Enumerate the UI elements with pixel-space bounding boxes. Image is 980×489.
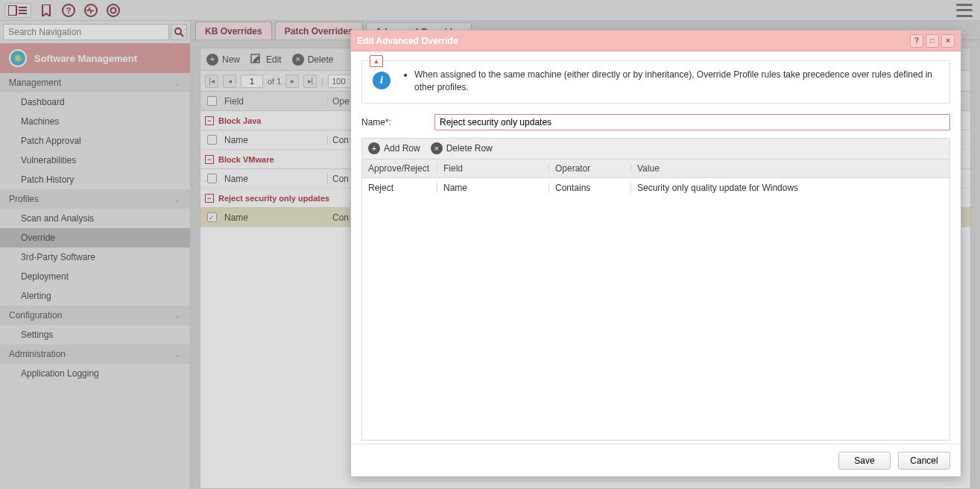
app-root: ? Software Management [0,0,980,489]
delete-row-button[interactable]: ×Delete Row [431,142,493,154]
info-bullet: When assigned to the same machine (eithe… [414,69,939,94]
rules-body: Reject Name Contains Security only quali… [361,178,950,441]
collapse-up-icon[interactable]: ▲ [370,55,383,67]
plus-icon: + [368,142,380,154]
cell-operator: Contains [549,183,630,193]
cell-value: Security only quality update for Windows [630,183,800,193]
cell-field: Name [437,183,549,193]
info-panel: ▲ i When assigned to the same machine (e… [361,60,950,104]
rules-toolbar: +Add Row ×Delete Row [361,138,950,159]
info-text: When assigned to the same machine (eithe… [401,69,939,94]
cancel-button[interactable]: Cancel [898,452,950,470]
dialog-help-icon[interactable]: ? [910,34,923,48]
x-icon: × [431,142,443,154]
name-input[interactable] [434,114,950,130]
dialog-maximize-icon[interactable]: □ [926,34,939,48]
dialog-close-icon[interactable]: × [941,34,955,48]
info-icon: i [373,72,391,89]
col-field[interactable]: Field [437,163,549,174]
edit-override-dialog: Edit Advanced Override ? □ × ▲ i When as… [350,30,961,477]
col-approve[interactable]: Approve/Reject [362,163,437,174]
save-button[interactable]: Save [838,452,891,470]
rules-header: Approve/Reject Field Operator Value [361,159,950,178]
add-row-label: Add Row [384,143,420,154]
rule-row[interactable]: Reject Name Contains Security only quali… [362,178,949,198]
col-operator[interactable]: Operator [549,163,630,174]
dialog-titlebar[interactable]: Edit Advanced Override ? □ × [351,31,961,51]
col-value[interactable]: Value [630,163,800,174]
dialog-title: Edit Advanced Override [357,36,458,46]
cell-approve: Reject [362,183,437,193]
delete-row-label: Delete Row [446,143,493,154]
name-label: Name*: [361,117,429,127]
add-row-button[interactable]: +Add Row [368,142,420,154]
dialog-footer: Save Cancel [351,444,961,476]
